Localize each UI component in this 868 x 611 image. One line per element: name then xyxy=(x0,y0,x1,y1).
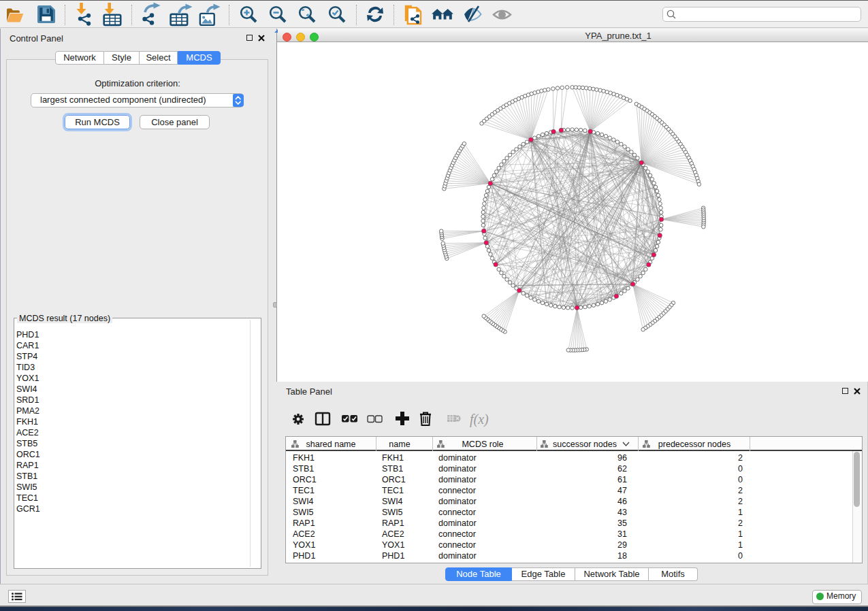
svg-text:f(x): f(x) xyxy=(470,412,489,427)
